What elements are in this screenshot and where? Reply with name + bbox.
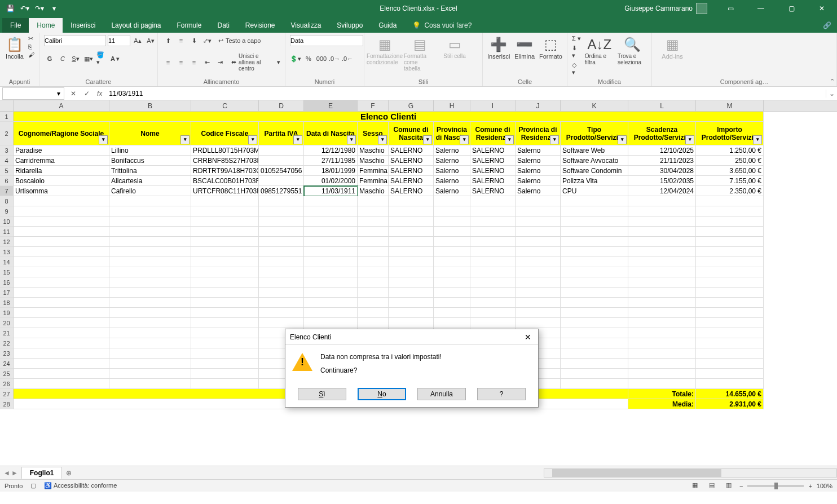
cell[interactable] [561, 338, 628, 348]
cell[interactable]: Importo Prodotto/Servizio [696, 122, 764, 145]
cell[interactable]: 12/04/2024 [628, 186, 696, 196]
format-painter-icon[interactable]: 🖌 [28, 51, 34, 58]
cell[interactable] [259, 145, 304, 156]
cell[interactable] [434, 318, 470, 328]
cell[interactable]: Salerno [434, 145, 470, 156]
cell[interactable] [109, 369, 191, 379]
cell[interactable] [696, 379, 764, 389]
redo-icon[interactable]: ↷▾ [33, 5, 46, 12]
row-header[interactable]: 3 [0, 145, 14, 156]
cell[interactable] [191, 348, 259, 359]
conditional-formatting-button[interactable]: ▦Formattazione condizionale [369, 35, 400, 65]
cell[interactable] [191, 257, 259, 267]
cell[interactable] [14, 227, 109, 237]
cell[interactable] [628, 348, 696, 359]
row-header[interactable]: 20 [0, 318, 14, 328]
cell[interactable] [470, 318, 516, 328]
cell[interactable] [109, 247, 191, 257]
row-header[interactable]: 4 [0, 156, 14, 166]
zoom-level[interactable]: 100% [817, 483, 832, 489]
fill-icon[interactable]: ⬇ ▾ [572, 45, 582, 59]
cell[interactable] [14, 338, 109, 348]
find-select-button[interactable]: 🔍Trova e seleziona [618, 35, 647, 65]
cell[interactable] [628, 206, 696, 216]
tell-me[interactable]: 💡 Cosa vuoi fare? [404, 18, 479, 33]
tab-help[interactable]: Guida [371, 18, 404, 33]
tab-file[interactable]: File [2, 18, 29, 33]
column-header-L[interactable]: L [628, 100, 696, 111]
percent-format-icon[interactable]: % [303, 53, 314, 64]
cell[interactable] [470, 288, 516, 298]
maximize-button[interactable]: ▢ [778, 0, 804, 17]
orientation-icon[interactable]: ⤢▾ [201, 35, 213, 46]
cell[interactable] [561, 379, 628, 389]
cell[interactable] [14, 328, 109, 338]
zoom-slider[interactable] [747, 485, 804, 487]
cell[interactable]: Comune di Residenza [470, 122, 516, 145]
cell[interactable] [304, 247, 358, 257]
cell[interactable] [304, 318, 358, 328]
page-layout-view-icon[interactable]: ▤ [706, 481, 718, 491]
cell[interactable] [14, 196, 109, 206]
cell[interactable]: BSCALC00B01H703R [191, 176, 259, 186]
column-header-G[interactable]: G [389, 100, 434, 111]
cell[interactable] [561, 328, 628, 338]
merge-center-button[interactable]: ⬌ Unisci e allinea al centro▾ [231, 53, 280, 72]
wrap-text-button[interactable]: ↩ Testo a capo [218, 37, 261, 45]
cell[interactable] [561, 257, 628, 267]
cell[interactable]: 27/11/1985 [304, 156, 358, 166]
zoom-in-button[interactable]: + [808, 483, 812, 489]
cell[interactable] [434, 247, 470, 257]
cell[interactable]: SALERNO [470, 145, 516, 156]
cell[interactable] [389, 267, 434, 277]
cell[interactable] [14, 348, 109, 359]
cell[interactable] [470, 206, 516, 216]
cell[interactable] [561, 359, 628, 369]
cell[interactable] [628, 379, 696, 389]
cell[interactable] [259, 196, 304, 206]
border-button[interactable]: ▦▾ [83, 53, 94, 64]
fill-color-button[interactable]: 🪣▾ [96, 53, 107, 64]
cell[interactable] [109, 318, 191, 328]
cell[interactable]: 15/02/2035 [628, 176, 696, 186]
column-header-D[interactable]: D [259, 100, 304, 111]
cell[interactable]: Trittolina [109, 166, 191, 176]
cell[interactable]: PRDLLL80T15H703M [191, 145, 259, 156]
cell[interactable]: Salerno [434, 156, 470, 166]
cell[interactable] [470, 277, 516, 288]
cell[interactable] [191, 206, 259, 216]
cell[interactable] [358, 298, 389, 308]
cell[interactable] [628, 227, 696, 237]
cell[interactable] [191, 288, 259, 298]
cell[interactable] [516, 318, 561, 328]
row-header[interactable]: 11 [0, 227, 14, 237]
cell[interactable] [259, 247, 304, 257]
column-header-H[interactable]: H [434, 100, 470, 111]
cell[interactable] [358, 257, 389, 267]
add-sheet-button[interactable]: ⊕ [62, 469, 76, 477]
cell[interactable]: Salerno [516, 145, 561, 156]
cell[interactable]: 12/10/2025 [628, 145, 696, 156]
cell[interactable] [358, 288, 389, 298]
cell[interactable] [14, 288, 109, 298]
cell[interactable]: URTCFR08C11H703F [191, 186, 259, 196]
cell[interactable] [358, 216, 389, 227]
row-header[interactable]: 19 [0, 308, 14, 318]
cell[interactable] [191, 338, 259, 348]
cell[interactable] [304, 227, 358, 237]
cell[interactable] [561, 277, 628, 288]
cell[interactable] [109, 196, 191, 206]
cell[interactable]: 2.931,00 € [696, 399, 764, 409]
cell[interactable]: 1.250,00 € [696, 145, 764, 156]
tab-formulas[interactable]: Formule [169, 18, 209, 33]
insert-cells-button[interactable]: ➕Inserisci [487, 35, 510, 60]
cell[interactable] [14, 277, 109, 288]
decrease-decimal-icon[interactable]: .0← [342, 53, 353, 64]
row-header[interactable]: 6 [0, 176, 14, 186]
column-header-K[interactable]: K [561, 100, 628, 111]
row-header[interactable]: 16 [0, 277, 14, 288]
dialog-close-button[interactable]: ✕ [522, 333, 534, 342]
cell[interactable]: 12/12/1980 [304, 145, 358, 156]
normal-view-icon[interactable]: ▦ [689, 481, 701, 491]
row-header[interactable]: 10 [0, 216, 14, 227]
